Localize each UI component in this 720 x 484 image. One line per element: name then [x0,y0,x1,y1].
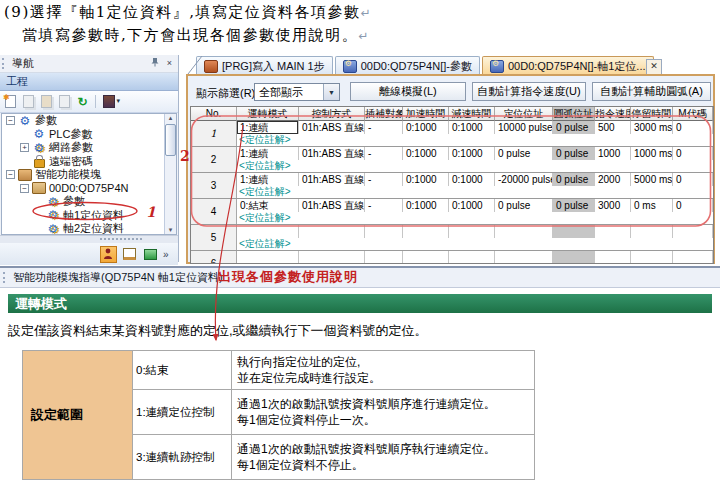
row-number[interactable]: 4 [191,199,237,224]
grid-cell[interactable]: 2000 [595,173,631,186]
grid-cell[interactable]: 01h:ABS 直線1 [299,199,365,212]
drag-grip[interactable] [3,272,8,283]
grid-cell[interactable]: - [365,173,403,186]
tree-item-00D0:QD75P4N[interactable]: −00D0:QD75P4N [2,182,176,196]
tree-hscrollbar[interactable] [0,235,178,243]
positioning-comment-cell[interactable]: <定位註解> [237,212,713,224]
grid-cell[interactable] [403,251,449,264]
row-number[interactable]: 3 [191,173,237,198]
grid-cell[interactable]: 1000 ms [631,147,673,160]
grid-cell[interactable]: 0 pulse [495,147,553,160]
scroll-down-icon[interactable]: ▾ [169,226,173,234]
grid-cell[interactable]: 0 pulse [553,173,595,186]
grid-cell[interactable] [495,225,553,238]
grid-cell[interactable]: 0:1000 [449,199,495,212]
tree-item-參數[interactable]: −參數 [2,114,176,128]
grid-cell[interactable] [365,225,403,238]
grid-cell[interactable]: 01h:ABS 直線1 [299,147,365,160]
grid-cell[interactable] [631,225,673,238]
tree-item-網路參數[interactable]: +網路參數 [2,141,176,155]
grid-cell[interactable]: 0:結束 [237,199,299,212]
tab-1[interactable]: [PRG]寫入 MAIN 1步 [196,56,333,75]
positioning-comment-cell[interactable]: <定位註解> [237,160,713,172]
grid-cell[interactable]: 500 [595,121,631,134]
auto-calc-command-speed-button[interactable]: 自動計算指令速度(U) [472,82,586,101]
grid-cell[interactable]: 0 pulse [553,121,595,134]
monitor-icon[interactable] [142,246,159,263]
offline-simulation-button[interactable]: 離線模擬(L) [350,82,466,101]
grid-cell[interactable]: 0 [673,199,713,212]
positioning-comment-cell[interactable]: <定位註解> [237,134,713,146]
duplicate-icon[interactable] [57,94,72,109]
grid-cell[interactable]: 0:1000 [403,199,449,212]
pin-icon[interactable] [148,57,161,70]
grid-cell[interactable]: 0:1000 [449,121,495,134]
module-tool-icon[interactable] [100,246,117,263]
scroll-up-icon[interactable]: ▴ [169,114,173,122]
tree-item-參數[interactable]: 參數 [2,195,176,209]
row-number[interactable]: 1 [191,121,237,146]
grid-cell[interactable]: 1:連續 [237,173,299,186]
grid-cell[interactable] [495,251,553,264]
grid-cell[interactable] [673,225,713,238]
sort-icon[interactable] [101,94,116,109]
grid-cell[interactable]: 0 [673,173,713,186]
grid-cell[interactable]: 01h:ABS 直線1 [299,173,365,186]
grid-cell[interactable]: 1:連續 [237,147,299,160]
collapse-icon[interactable]: − [20,184,29,193]
grid-cell[interactable]: 0:1000 [403,121,449,134]
grid-cell[interactable]: - [365,147,403,160]
grid-cell[interactable] [631,251,673,264]
chevron-down-icon[interactable]: ▼ [323,84,339,100]
grid-cell[interactable] [449,225,495,238]
tree-item-智能功能模塊[interactable]: −智能功能模塊 [2,168,176,182]
grid-cell[interactable]: 0 pulse [553,147,595,160]
grid-cell[interactable] [553,225,595,238]
grid-cell[interactable]: - [365,199,403,212]
grid-cell[interactable]: 5000 ms [631,173,673,186]
grid-cell[interactable]: 0 pulse [495,199,553,212]
grid-cell[interactable]: 0:1000 [449,147,495,160]
collapse-icon[interactable]: − [6,116,15,125]
grid-cell[interactable]: 0 pulse [553,199,595,212]
grid-cell[interactable]: 0 ms [631,199,673,212]
tree-item-軸1定位資料[interactable]: 軸1定位資料 [2,209,176,223]
drag-grip[interactable] [2,58,7,69]
paste-icon[interactable] [39,94,54,109]
positioning-comment-cell[interactable]: <定位註解> [237,238,713,250]
grid-cell[interactable]: 0 [673,147,713,160]
guide-book-icon[interactable] [121,246,138,263]
grid-cell[interactable] [553,251,595,264]
new-project-icon[interactable] [3,94,18,109]
grid-cell[interactable]: 10000 pulse [495,121,553,134]
grid-cell[interactable] [595,251,631,264]
display-filter-dropdown[interactable]: 全部顯示 ▼ [254,83,340,101]
grid-cell[interactable] [595,225,631,238]
grid-cell[interactable] [673,251,713,264]
scroll-thumb[interactable] [165,124,176,156]
more-chevron-icon[interactable]: » [163,249,173,260]
grid-cell[interactable] [365,251,403,264]
tree-item-PLC參數[interactable]: PLC參數 [2,128,176,142]
copy-icon[interactable] [21,94,36,109]
refresh-icon[interactable]: ↻ [75,94,90,109]
tab-2[interactable]: 00D0:QD75P4N[]-參數 [335,56,480,75]
tree-item-軸2定位資料[interactable]: 軸2定位資料 [2,222,176,235]
grid-cell[interactable] [299,251,365,264]
positioning-comment-cell[interactable]: <定位註解> [237,186,713,198]
grid-cell[interactable]: 3000 [595,199,631,212]
grid-cell[interactable]: 1:連續 [237,121,299,134]
grid-cell[interactable] [237,225,299,238]
collapse-icon[interactable]: − [6,170,15,179]
row-number[interactable]: 5 [191,225,237,250]
row-number[interactable]: 2 [191,147,237,172]
grid-cell[interactable]: 1000 [595,147,631,160]
auto-calc-sub-arc-button[interactable]: 自動計算輔助圓弧(A) [592,82,711,101]
grid-cell[interactable]: 0:1000 [403,173,449,186]
close-icon[interactable]: × [163,57,176,70]
grid-cell[interactable] [237,251,299,264]
grid-cell[interactable]: - [365,121,403,134]
grid-cell[interactable] [449,251,495,264]
tree-item-遠端密碼[interactable]: 遠端密碼 [2,155,176,169]
grid-cell[interactable]: 01h:ABS 直線1 [299,121,365,134]
